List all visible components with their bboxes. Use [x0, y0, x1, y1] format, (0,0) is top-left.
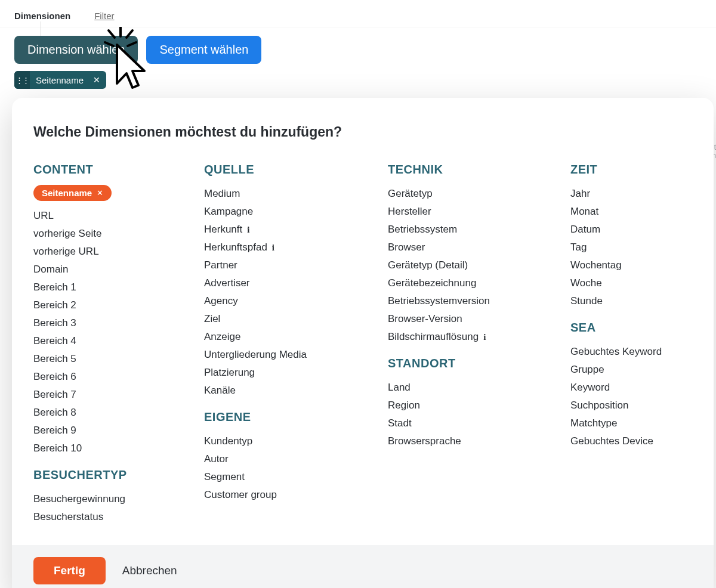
dimension-option[interactable]: Hersteller: [388, 203, 570, 221]
dimension-option[interactable]: Segment: [204, 468, 388, 486]
dimension-option-label: Stadt: [388, 417, 412, 429]
dimension-option[interactable]: Suchposition: [570, 397, 692, 414]
info-icon[interactable]: i: [247, 225, 249, 235]
dimension-option[interactable]: Bereich 6: [33, 368, 204, 386]
dimension-chip[interactable]: ⋮⋮ Seitenname ✕: [14, 71, 106, 89]
dimension-option[interactable]: Gerätebezeichnung: [388, 274, 570, 292]
dimension-option[interactable]: Region: [388, 397, 570, 414]
dimension-option[interactable]: Bereich 3: [33, 314, 204, 332]
dimension-option-label: Bereich 4: [33, 335, 76, 347]
close-icon[interactable]: ✕: [92, 75, 106, 85]
choose-dimension-button[interactable]: Dimension wählen: [14, 36, 138, 64]
dimension-option[interactable]: Bereich 2: [33, 296, 204, 314]
dimension-option[interactable]: Ziel: [204, 310, 388, 328]
dimension-option-label: Datum: [570, 224, 600, 236]
dimension-option[interactable]: Stadt: [388, 414, 570, 432]
dimension-option[interactable]: Autor: [204, 450, 388, 468]
dimension-option[interactable]: Betriebssystem: [388, 221, 570, 239]
dimension-option-label: Gruppe: [570, 364, 604, 376]
dimension-option[interactable]: Woche: [570, 274, 692, 292]
dimension-option[interactable]: Land: [388, 379, 570, 397]
dimension-option-label: Partner: [204, 259, 237, 271]
dimension-option[interactable]: Partner: [204, 256, 388, 274]
dimension-option[interactable]: Gerätetyp: [388, 185, 570, 203]
dimension-option[interactable]: Bildschirmauflösungi: [388, 328, 570, 346]
dimension-option[interactable]: Herkunfti: [204, 221, 388, 239]
dimension-option-label: Woche: [570, 277, 602, 289]
dimension-option-label: Browsersprache: [388, 435, 461, 447]
dimension-option-label: Customer group: [204, 489, 277, 501]
dimension-option[interactable]: Medium: [204, 185, 388, 203]
dimension-option[interactable]: Bereich 1: [33, 278, 204, 296]
dimension-option[interactable]: Browser: [388, 239, 570, 256]
dimension-option[interactable]: Bereich 7: [33, 386, 204, 404]
dimension-option[interactable]: Bereich 9: [33, 422, 204, 440]
dimension-option[interactable]: Gruppe: [570, 361, 692, 379]
dimension-option-label: Matchtype: [570, 417, 617, 429]
dimension-option[interactable]: vorherige URL: [33, 243, 204, 261]
dimension-option[interactable]: Herkunftspfadi: [204, 239, 388, 256]
dimension-option[interactable]: Bereich 8: [33, 404, 204, 422]
dimension-option[interactable]: Kanäle: [204, 382, 388, 400]
dimension-option[interactable]: Browser-Version: [388, 310, 570, 328]
dimension-option-label: Gerätebezeichnung: [388, 277, 476, 289]
dimension-option[interactable]: Keyword: [570, 379, 692, 397]
dimension-option[interactable]: Untergliederung Media: [204, 346, 388, 364]
dimension-option[interactable]: Datum: [570, 221, 692, 239]
group-title-standort: STANDORT: [388, 357, 570, 370]
close-icon[interactable]: ✕: [97, 188, 103, 197]
dimension-option[interactable]: Bereich 10: [33, 440, 204, 457]
dimension-option[interactable]: Customer group: [204, 486, 388, 504]
dimension-option-label: vorherige Seite: [33, 228, 101, 240]
group-title-sea: SEA: [570, 321, 692, 335]
dimension-option[interactable]: Domain: [33, 261, 204, 278]
dimension-option[interactable]: Agency: [204, 292, 388, 310]
dimension-option[interactable]: vorherige Seite: [33, 225, 204, 243]
selected-dimensions: ⋮⋮ Seitenname ✕: [0, 71, 716, 98]
dimension-option[interactable]: Gebuchtes Device: [570, 432, 692, 450]
dimension-option[interactable]: Browsersprache: [388, 432, 570, 450]
dimension-option[interactable]: Stunde: [570, 292, 692, 310]
choose-segment-button[interactable]: Segment wählen: [146, 36, 261, 64]
dimension-option-label: Monat: [570, 206, 598, 218]
dimension-option[interactable]: URL: [33, 207, 204, 225]
dimension-option[interactable]: Besucherstatus: [33, 508, 204, 526]
dimension-option-label: Domain: [33, 264, 69, 276]
dimension-option-label: Gebuchtes Device: [570, 435, 653, 447]
dimension-option-label: Bereich 2: [33, 299, 76, 311]
dimension-option-label: Segment: [204, 471, 245, 483]
group-title-zeit: ZEIT: [570, 163, 692, 177]
dimension-option[interactable]: Monat: [570, 203, 692, 221]
dimension-option[interactable]: Platzierung: [204, 364, 388, 382]
dimension-option[interactable]: Advertiser: [204, 274, 388, 292]
dimension-option[interactable]: Matchtype: [570, 414, 692, 432]
dimension-option[interactable]: Kampagne: [204, 203, 388, 221]
dimension-option-label: Herkunftspfad: [204, 242, 267, 253]
dimension-option-label: Wochentag: [570, 259, 622, 271]
selected-dimension-pill[interactable]: Seitenname ✕: [33, 185, 112, 201]
dimension-picker-modal: Welche Dimensionen möchtest du hinzufüge…: [12, 98, 714, 588]
dimension-option-label: Advertiser: [204, 277, 250, 289]
dimension-option[interactable]: Betriebssystemversion: [388, 292, 570, 310]
info-icon[interactable]: i: [483, 332, 486, 342]
info-icon[interactable]: i: [272, 243, 274, 253]
dimension-option[interactable]: Tag: [570, 239, 692, 256]
dimension-option[interactable]: Anzeige: [204, 328, 388, 346]
dimension-option[interactable]: Wochentag: [570, 256, 692, 274]
group-title-besuchertyp: BESUCHERTYP: [33, 468, 204, 482]
toolbar: Dimension wählen Segment wählen: [0, 27, 716, 71]
tab-dimensionen[interactable]: Dimensionen: [14, 11, 70, 21]
dimension-option[interactable]: Gebuchtes Keyword: [570, 343, 692, 361]
tab-filter[interactable]: Filter: [94, 11, 114, 21]
dimension-option[interactable]: Gerätetyp (Detail): [388, 256, 570, 274]
dimension-option-label: Region: [388, 400, 420, 411]
drag-handle-icon[interactable]: ⋮⋮: [14, 71, 30, 89]
dimension-option[interactable]: Besuchergewinnung: [33, 490, 204, 508]
divider: [41, 21, 41, 36]
dimension-option[interactable]: Kundentyp: [204, 432, 388, 450]
cancel-button[interactable]: Abbrechen: [122, 564, 177, 577]
dimension-option[interactable]: Bereich 4: [33, 332, 204, 350]
dimension-option[interactable]: Bereich 5: [33, 350, 204, 368]
dimension-option[interactable]: Jahr: [570, 185, 692, 203]
done-button[interactable]: Fertig: [33, 557, 106, 584]
